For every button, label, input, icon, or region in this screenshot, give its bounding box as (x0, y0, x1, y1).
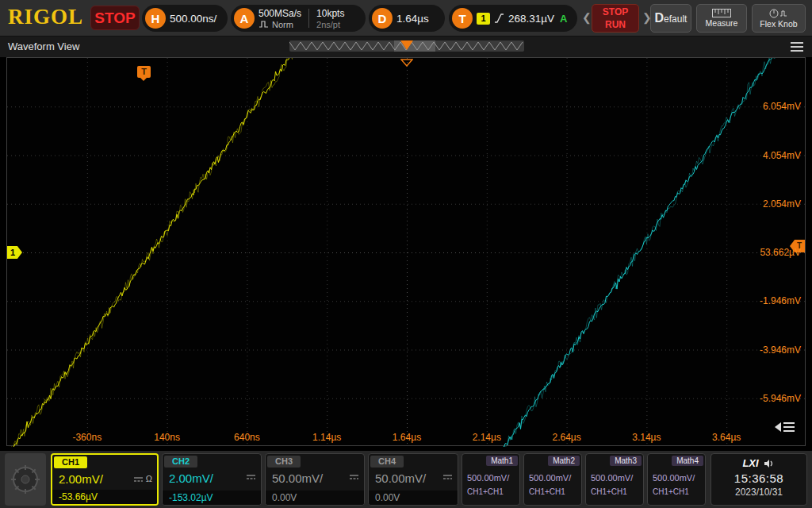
hamburger-menu-icon[interactable] (790, 41, 804, 52)
system-status-box[interactable]: LXI 15:36:58 2023/10/31 (710, 453, 807, 506)
acquisition-control[interactable]: A 500MSa/s Norm 10kpts 2ns/pt (231, 5, 366, 32)
speaker-icon (764, 459, 776, 468)
flex-knob-button[interactable]: Flex Knob (752, 4, 806, 33)
math-scale: 500.00mV/ (653, 473, 695, 483)
memory-depth: 10kpts (316, 8, 344, 19)
oscilloscope-screen: RIGOL STOP H 500.00ns/ A 500MSa/s Norm 1… (0, 0, 812, 508)
trigger-position-flag[interactable]: T (137, 66, 151, 78)
stop-run-button[interactable]: STOP RUN (592, 4, 639, 33)
math-expression: CH1+CH1 (467, 487, 504, 496)
date: 2023/10/31 (711, 487, 806, 498)
chevron-left-icon[interactable]: ❮ (582, 11, 592, 24)
channel-scale: 50.00mV/ (272, 471, 323, 485)
horizontal-timebase-control[interactable]: H 500.00ns/ (142, 5, 228, 32)
math-scale: 500.00mV/ (467, 473, 509, 483)
math-expression: CH1+CH1 (591, 487, 627, 496)
channel-coupling-icons (349, 473, 359, 480)
channel-scale: 50.00mV/ (375, 471, 426, 485)
stop-label: STOP (603, 6, 628, 17)
dc-coupling-icon (246, 473, 256, 480)
knob-gear-icon (10, 460, 41, 498)
math-box-math2[interactable]: Math2500.00mV/CH1+CH1 (523, 453, 582, 506)
h-badge-icon: H (145, 8, 166, 29)
channel-box-ch3[interactable]: CH350.00mV/0.00V (265, 453, 365, 506)
acq-mode: Norm (272, 20, 293, 29)
run-label: RUN (605, 19, 626, 30)
math-tab[interactable]: Math1 (486, 456, 518, 466)
flex-knob-label: Flex Knob (760, 19, 797, 29)
channel-box-ch2[interactable]: CH22.00mV/-153.02µV (162, 453, 262, 506)
clock: 15:36:58 (711, 471, 806, 485)
measure-label: Measure (706, 18, 738, 28)
delay-value: 1.64µs (396, 13, 429, 25)
t-badge-icon: T (452, 8, 473, 29)
channel-offset: -153.02µV (163, 491, 261, 505)
lxi-badge: LXI (742, 457, 758, 469)
a-badge-icon: A (234, 8, 255, 29)
channel-offset: -53.66µV (52, 490, 157, 504)
dc-coupling-icon (133, 475, 144, 483)
channel-tab[interactable]: CH1 (54, 456, 87, 468)
timebase-value: 500.00ns/ (170, 13, 216, 25)
channel-scale: 2.00mV/ (169, 471, 213, 485)
divider (308, 9, 309, 28)
trigger-level-value: 268.31µV (508, 13, 554, 25)
trigger-source-chip: 1 (477, 13, 490, 25)
graticule-and-traces (7, 58, 806, 447)
measure-icon (712, 9, 731, 17)
sample-resolution: 2ns/pt (316, 20, 344, 29)
default-label: Default (655, 11, 688, 25)
sample-rate: 500MSa/s (259, 8, 301, 19)
waveform-display-area[interactable]: T 1 T -360ns140ns640ns1.14µs1.64µs2.14µs… (6, 57, 806, 446)
trigger-position-indicator-icon (400, 59, 413, 67)
channel-scale: 2.00mV/ (59, 472, 103, 486)
trigger-mode-flag: A (560, 13, 567, 25)
overview-waveform (289, 40, 524, 52)
math-tab[interactable]: Math4 (672, 456, 703, 466)
channel-coupling-icons (246, 473, 256, 480)
flex-knob-icon (769, 9, 788, 18)
channel-tab[interactable]: CH3 (267, 456, 301, 468)
trigger-slope-icon (494, 13, 504, 24)
math-expression: CH1+CH1 (653, 487, 689, 496)
math-scale: 500.00mV/ (529, 473, 571, 483)
channel-box-ch1[interactable]: CH12.00mV/Ω-53.66µV (51, 453, 159, 506)
math-box-math3[interactable]: Math3500.00mV/CH1+CH1 (585, 453, 644, 506)
waveform-view-bar: Waveform View (0, 37, 812, 57)
math-tab[interactable]: Math3 (610, 456, 642, 466)
default-button[interactable]: Default (650, 4, 691, 33)
channel-status-bar: CH12.00mV/Ω-53.66µVCH22.00mV/-153.02µVCH… (0, 451, 812, 508)
run-state-indicator: STOP (90, 6, 140, 30)
math-tab[interactable]: Math2 (548, 456, 580, 466)
top-toolbar: RIGOL STOP H 500.00ns/ A 500MSa/s Norm 1… (0, 0, 812, 37)
math-box-math1[interactable]: Math1500.00mV/CH1+CH1 (462, 453, 520, 506)
dc-coupling-icon (349, 473, 359, 480)
channel-offset: 0.00V (369, 491, 458, 505)
channel-offset: 0.00V (266, 491, 364, 505)
channel-coupling-icons: Ω (133, 474, 152, 483)
impedance-icon: Ω (146, 474, 152, 483)
waveform-overview-strip[interactable] (289, 40, 524, 52)
channel-tab[interactable]: CH4 (370, 456, 404, 468)
settings-knob-button[interactable] (5, 453, 46, 506)
collapse-menu-icon[interactable] (775, 419, 795, 435)
trigger-delay-control[interactable]: D 1.64µs (369, 5, 445, 32)
math-box-math4[interactable]: Math4500.00mV/CH1+CH1 (647, 453, 706, 506)
channel-coupling-icons (442, 473, 453, 480)
channel-box-ch4[interactable]: CH450.00mV/0.00V (368, 453, 458, 506)
channel-tab[interactable]: CH2 (164, 456, 197, 468)
measure-button[interactable]: Measure (696, 4, 747, 33)
dc-coupling-icon (442, 473, 453, 480)
d-badge-icon: D (372, 8, 393, 29)
rigol-logo: RIGOL (8, 5, 83, 29)
view-title: Waveform View (8, 37, 79, 57)
square-wave-icon (259, 21, 269, 28)
math-expression: CH1+CH1 (529, 487, 565, 496)
math-scale: 500.00mV/ (591, 473, 633, 483)
trigger-control[interactable]: T 1 268.31µV A (449, 5, 577, 32)
